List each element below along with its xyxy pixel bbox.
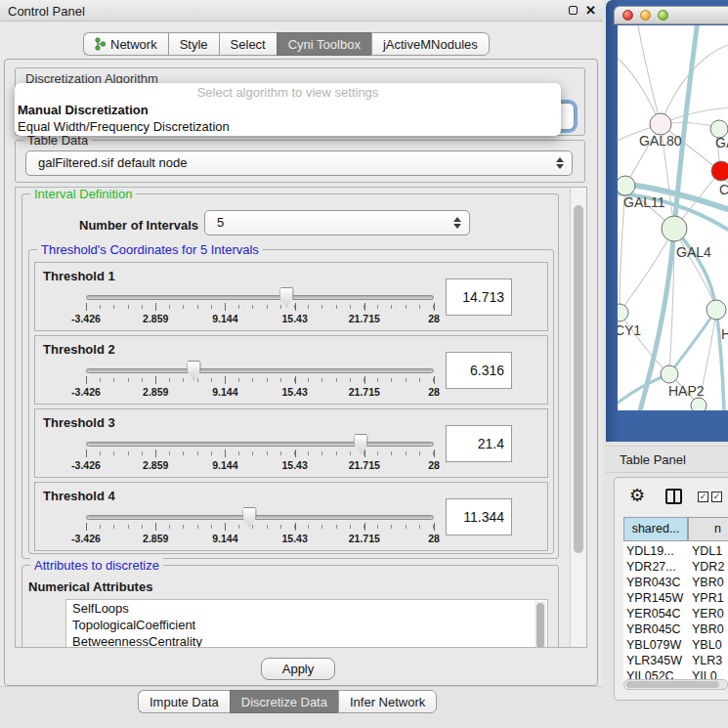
slider-major-tick [295,450,296,457]
slider-major-tick [155,450,156,457]
table-row[interactable]: YDR27...YDR2 [623,559,728,575]
threshold-1-slider[interactable]: -3.426 2.859 9.144 15.43 21.715 28 [86,286,434,329]
slider-thumb[interactable] [279,287,294,307]
network-node[interactable] [618,176,635,195]
slider-track[interactable] [86,515,434,520]
threshold-1-value-field[interactable]: 14.713 [446,278,512,316]
threshold-3-value-field[interactable]: 21.4 [446,425,512,462]
select-none-checkbox-icon[interactable]: ✓ [711,492,722,502]
tick-label: 21.715 [349,313,380,324]
slider-track[interactable] [86,368,434,373]
threshold-2-slider[interactable]: -3.426 2.859 9.144 15.43 21.715 28 [86,360,434,403]
close-traffic-light[interactable] [622,10,633,21]
cell-name: YBL0 [692,637,728,653]
slider-major-tick [86,376,87,384]
list-item[interactable]: BetweennessCentrality [66,633,547,648]
tab-jactivemnodules[interactable]: jActiveMNodules [371,32,490,56]
slider-track[interactable] [86,295,434,300]
columns-icon[interactable] [665,489,682,504]
node-label-gal80: GAL80 [639,133,682,149]
table-data-group: Table Data galFiltered.sif default node [15,140,585,183]
tick-label: 28 [428,313,440,324]
threshold-3-panel: Threshold 3 21.4 -3.426 2.859 9.144 15.4… [34,408,548,478]
cyni-toolbox-panel: Discretization Algorithm Select algorith… [4,59,598,686]
cell-name: YPR1 [692,590,728,606]
slider-thumb[interactable] [242,507,257,527]
table-row[interactable]: YBL079WYBL0 [623,637,728,653]
slider-major-tick [155,303,156,311]
network-node[interactable] [618,304,628,321]
dropdown-item-manual-discretization[interactable]: Manual Discretization [15,102,561,118]
settings-scrollbar[interactable] [570,188,586,647]
tab-style[interactable]: Style [168,32,219,56]
tick-label: 9.144 [212,386,237,398]
table-row[interactable]: YBR045CYBR0 [623,621,728,637]
list-scrollbar-thumb[interactable] [536,603,544,648]
table-row[interactable]: YLR345WYLR3 [623,653,728,668]
table-horizontal-scrollbar-thumb[interactable] [626,681,719,688]
table-data-combobox[interactable]: galFiltered.sif default node [25,150,573,176]
slider-thumb[interactable] [187,361,201,380]
slider-major-tick [225,303,226,311]
tick-label: 15.43 [281,533,307,544]
slider-thumb[interactable] [354,434,368,453]
gear-icon[interactable]: ⚙ [629,485,645,506]
app-root: Control Panel ✕ Network Style Select Cyn… [0,0,728,728]
network-node[interactable] [662,216,687,241]
list-item[interactable]: TopologicalCoefficient [66,617,547,633]
tab-discretize-data[interactable]: Discretize Data [230,690,338,713]
slider-track[interactable] [86,442,434,447]
tick-label: -3.426 [71,459,101,471]
threshold-4-panel: Threshold 4 11.344 -3.426 2.859 9.144 15… [34,482,548,551]
float-window-icon[interactable] [569,6,578,15]
tab-cyni-toolbox[interactable]: Cyni Toolbox [277,32,371,56]
list-item[interactable]: SelfLoops [66,600,547,617]
threshold-3-slider[interactable]: -3.426 2.859 9.144 15.43 21.715 28 [86,433,434,476]
interval-definition-label: Interval Definition [30,187,136,201]
network-node[interactable] [650,113,671,135]
table-row[interactable]: YER054CYER0 [623,606,728,621]
column-header-name[interactable]: n [688,517,728,541]
select-all-checkbox-icon[interactable]: ✓ [698,492,708,502]
node-label-gal11: GAL11 [623,194,665,210]
slider-major-tick [364,303,365,311]
slider-minor-ticks [86,451,434,455]
network-node[interactable] [661,365,678,383]
slider-minor-ticks [86,525,434,529]
threshold-4-value-field[interactable]: 11.344 [446,498,512,535]
tab-infer-network[interactable]: Infer Network [338,690,437,713]
threshold-2-value-field[interactable]: 6.316 [446,352,512,389]
table-horizontal-scrollbar[interactable] [623,679,728,690]
apply-button[interactable]: Apply [261,658,335,680]
minimize-traffic-light[interactable] [640,10,651,21]
column-header-shared-name[interactable]: shared... [623,517,688,541]
tab-impute-data[interactable]: Impute Data [138,690,230,713]
tab-network-label: Network [110,37,157,52]
tab-network[interactable]: Network [83,32,168,56]
network-view-window: GAL80 GA GAL11 C GAL4 GCY1 H HAP2 [606,0,728,442]
dropdown-item-equal-width-frequency[interactable]: Equal Width/Frequency Discretization [15,118,561,135]
number-of-intervals-combobox[interactable]: 5 [204,210,470,236]
list-scrollbar[interactable] [535,601,546,648]
spinner-arrows-icon [556,157,563,169]
node-table: shared... n YDL19...YDL1 YDR27...YDR2 YB… [623,517,728,685]
slider-major-tick [86,450,87,457]
control-panel: Control Panel ✕ Network Style Select Cyn… [0,0,603,728]
slider-major-tick [86,523,87,531]
tick-label: 21.715 [349,459,380,471]
network-node[interactable] [691,398,707,410]
table-row[interactable]: YDL19...YDL1 [623,543,728,559]
network-node[interactable] [707,300,726,320]
network-node-selected[interactable] [711,161,728,181]
network-canvas[interactable]: GAL80 GA GAL11 C GAL4 GCY1 H HAP2 [618,25,728,410]
close-icon[interactable]: ✕ [585,3,596,18]
settings-scrollbar-thumb[interactable] [574,205,583,553]
cell-shared-name: YBR045C [626,621,687,637]
cell-shared-name: YDR27... [626,559,687,575]
threshold-4-slider[interactable]: -3.426 2.859 9.144 15.43 21.715 28 [86,506,434,549]
zoom-traffic-light[interactable] [658,10,668,21]
tab-select[interactable]: Select [219,32,277,56]
algorithm-dropdown-popup: Select algorithm to view settings Manual… [15,83,561,136]
table-row[interactable]: YBR043CYBR0 [623,575,728,590]
table-row[interactable]: YPR145WYPR1 [623,590,728,606]
